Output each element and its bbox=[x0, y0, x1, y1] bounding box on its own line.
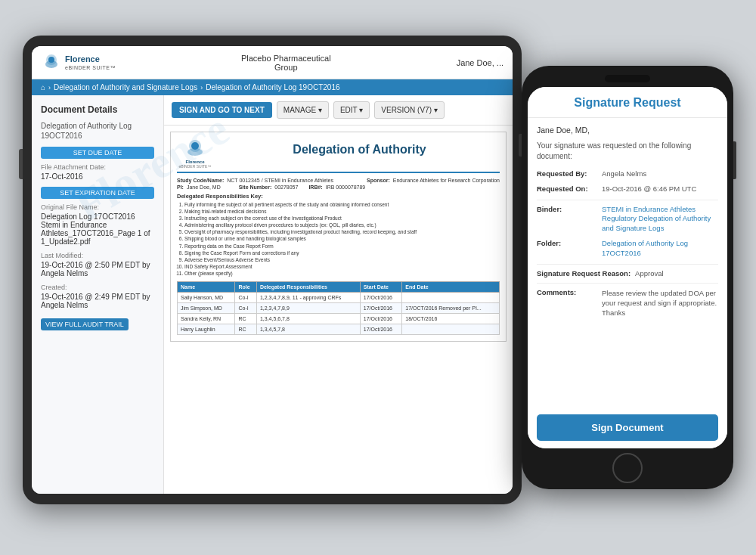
phone-content: Jane Doe, MD, Your signature was request… bbox=[528, 118, 727, 408]
doa-title: Delegation of Authority bbox=[219, 138, 500, 158]
table-row: Sandra Kelly, RNRC1,3,4,5,6,7,817/Oct/20… bbox=[178, 314, 500, 324]
tablet-screen: Florence eBINDER SUITE™ Placebo Pharmace… bbox=[32, 46, 513, 494]
table-cell-end_date bbox=[402, 293, 500, 303]
tablet-company: Placebo Pharmaceutical bbox=[241, 54, 331, 63]
table-header: End Date bbox=[402, 282, 500, 293]
florence-logo-icon bbox=[41, 52, 62, 73]
created-label: Created: bbox=[41, 284, 154, 291]
svg-point-2 bbox=[48, 57, 54, 63]
florence-logo-text-group: Florence eBINDER SUITE™ bbox=[65, 54, 116, 70]
phone-footer: Sign Document bbox=[528, 408, 727, 448]
table-cell-start_date: 17/Oct/2016 bbox=[360, 303, 401, 314]
table-header: Delegated Responsibilities bbox=[256, 282, 360, 293]
set-due-date-button[interactable]: SET DUE DATE bbox=[41, 147, 154, 159]
phone-folder: Folder: Delegation of Authority Log 17OC… bbox=[537, 239, 718, 259]
sponsor-value: Endurance Athletes for Research Corporat… bbox=[393, 178, 500, 183]
table-row: Jim Simpson, MDCo-I1,2,3,4,7,8,917/Oct/2… bbox=[178, 303, 500, 314]
table-cell-start_date: 17/Oct/2016 bbox=[360, 314, 401, 324]
comments-label: Comments: bbox=[537, 288, 597, 318]
table-cell-end_date: 17/OCT/2016 Removed per PI... bbox=[402, 303, 500, 314]
responsibilities-title: Delegated Responsibilities Key: bbox=[177, 193, 500, 200]
responsibilities-list: Fully informing the subject of all perti… bbox=[184, 201, 500, 277]
manage-button[interactable]: MANAGE ▾ bbox=[277, 101, 329, 119]
breadcrumb-sep1: › bbox=[48, 84, 51, 91]
view-audit-trail-button[interactable]: VIEW FULL AUDIT TRAIL bbox=[41, 318, 129, 330]
phone-title: Signature Request bbox=[537, 96, 718, 110]
phone-camera bbox=[605, 75, 650, 82]
table-cell-role: RC bbox=[235, 314, 256, 324]
sponsor-label: Sponsor: bbox=[367, 178, 390, 183]
responsibility-item: Fully informing the subject of all perti… bbox=[184, 201, 500, 208]
florence-logo: Florence eBINDER SUITE™ bbox=[41, 52, 116, 73]
phone-home-button[interactable] bbox=[612, 453, 643, 483]
set-expiration-button[interactable]: SET EXPIRATION DATE bbox=[41, 187, 154, 199]
divider3 bbox=[537, 283, 718, 284]
folder-value[interactable]: Delegation of Authority Log 17OCT2016 bbox=[602, 239, 718, 259]
tablet-group: Group bbox=[241, 63, 331, 72]
doa-table: NameRoleDelegated ResponsibilitiesStart … bbox=[177, 281, 500, 335]
phone-greeting: Jane Doe, MD, bbox=[537, 126, 718, 135]
tablet-user: Jane Doe, ... bbox=[457, 58, 503, 67]
sidebar-title: Document Details bbox=[41, 104, 154, 115]
breadcrumb: ⌂ › Delegation of Authority and Signatur… bbox=[32, 79, 513, 95]
table-cell-responsibilities: 1,2,3,4,7,8,9, 11 - approving CRFs bbox=[256, 293, 360, 303]
toolbar: SIGN AND GO TO NEXT MANAGE ▾ EDIT ▾ VERS… bbox=[164, 95, 513, 126]
last-modified-value: 19-Oct-2016 @ 2:50 PM EDT by Angela Nelm… bbox=[41, 261, 154, 278]
phone-side-button-right bbox=[733, 141, 736, 179]
main-panel: SIGN AND GO TO NEXT MANAGE ▾ EDIT ▾ VERS… bbox=[164, 95, 513, 494]
study-code-value: NCT 0012345 / STEMI in Endurance Athlete… bbox=[227, 178, 333, 183]
table-cell-name: Sally Hanson, MD bbox=[178, 293, 235, 303]
attachment-date-value: 17-Oct-2016 bbox=[41, 172, 154, 181]
table-cell-responsibilities: 1,3,4,5,6,7,8 bbox=[256, 314, 360, 324]
sign-and-go-next-button[interactable]: SIGN AND GO TO NEXT bbox=[172, 102, 272, 118]
table-row: Sally Hanson, MDCo-I1,2,3,4,7,8,9, 11 - … bbox=[178, 293, 500, 303]
divider2 bbox=[537, 264, 718, 265]
tablet: Florence eBINDER SUITE™ Placebo Pharmace… bbox=[23, 36, 522, 504]
sig-reason-value: Approval bbox=[635, 269, 664, 278]
phone-screen: Signature Request Jane Doe, MD, Your sig… bbox=[528, 87, 727, 448]
version-button[interactable]: VERSION (V7) ▾ bbox=[374, 101, 444, 119]
table-cell-responsibilities: 1,3,4,5,7,8 bbox=[256, 324, 360, 335]
doa-logo-sub: eBINDER SUITE™ bbox=[179, 164, 212, 169]
responsibility-item: Adverse Event/Serious Adverse Events bbox=[184, 256, 500, 263]
responsibility-item: Other (please specify) bbox=[184, 270, 500, 277]
doa-meta-study: Study Code/Name: NCT 0012345 / STEMI in … bbox=[177, 178, 500, 183]
breadcrumb-item2[interactable]: Delegation of Authority Log 19OCT2016 bbox=[206, 83, 339, 91]
comments-value: Please review the updated DOA per your r… bbox=[602, 288, 718, 318]
table-row: Harry LaughlinRC1,3,4,5,7,817/Oct/2016 bbox=[178, 324, 500, 335]
table-cell-name: Harry Laughlin bbox=[178, 324, 235, 335]
phone-requested-by: Requested By: Angela Nelms bbox=[537, 169, 718, 179]
edit-button[interactable]: EDIT ▾ bbox=[333, 101, 370, 119]
original-file-value: Delegation Log 17OCT2016 Stemi in Endura… bbox=[41, 212, 154, 246]
binder-value[interactable]: STEMI in Endurance Athletes Regulatory D… bbox=[602, 205, 718, 234]
study-code-label: Study Code/Name: bbox=[177, 178, 224, 183]
irb-label: IRB#: bbox=[308, 184, 322, 190]
phone-sig-reason: Signature Request Reason: Approval bbox=[537, 269, 718, 278]
sig-reason-label: Signature Request Reason: bbox=[537, 269, 631, 278]
table-header: Name bbox=[178, 282, 235, 293]
phone-binder: Binder: STEMI in Endurance Athletes Regu… bbox=[537, 205, 718, 234]
manage-label: MANAGE ▾ bbox=[284, 106, 322, 114]
responsibility-item: Oversight of pharmacy responsibilities, … bbox=[184, 228, 500, 235]
breadcrumb-sep2: › bbox=[200, 84, 203, 91]
created-value: 19-Oct-2016 @ 2:49 PM EDT by Angela Nelm… bbox=[41, 293, 154, 309]
attachment-date-label: File Attachment Date: bbox=[41, 163, 154, 171]
table-cell-start_date: 17/Oct/2016 bbox=[360, 324, 401, 335]
sign-document-button[interactable]: Sign Document bbox=[537, 414, 718, 441]
breadcrumb-item1[interactable]: Delegation of Authority and Signature Lo… bbox=[54, 83, 197, 91]
last-modified-label: Last Modified: bbox=[41, 252, 154, 259]
table-cell-role: Co-I bbox=[235, 293, 256, 303]
table-header: Start Date bbox=[360, 282, 401, 293]
tablet-content: Document Details Delegation of Authority… bbox=[32, 95, 513, 494]
requested-on-label: Requested On: bbox=[537, 184, 597, 194]
florence-sub: eBINDER SUITE™ bbox=[65, 65, 116, 70]
phone-side-button-left bbox=[519, 134, 522, 157]
responsibility-item: Shipping blood or urine and handling bio… bbox=[184, 235, 500, 242]
doa-meta-pi: PI: Jane Doe, MD Site Number: 00278057 I… bbox=[177, 184, 500, 190]
phone-comments: Comments: Please review the updated DOA … bbox=[537, 288, 718, 318]
table-cell-role: Co-I bbox=[235, 303, 256, 314]
breadcrumb-home[interactable]: ⌂ bbox=[41, 83, 45, 91]
responsibility-item: Signing the Case Report Form and correct… bbox=[184, 250, 500, 256]
table-cell-end_date: 18/OCT/2016 bbox=[402, 314, 500, 324]
site-number-value: 00278057 bbox=[274, 184, 298, 190]
